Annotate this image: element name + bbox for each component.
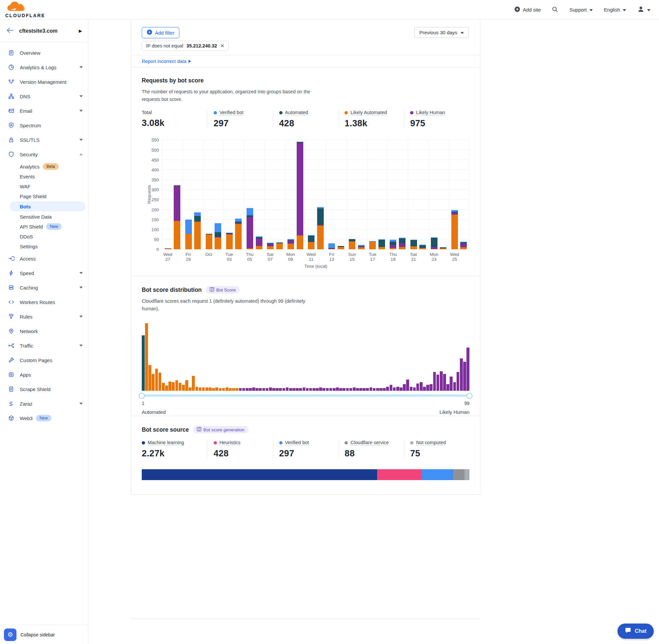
stacked-bar[interactable] bbox=[451, 210, 458, 249]
stacked-bar[interactable] bbox=[226, 233, 233, 250]
user-menu[interactable] bbox=[637, 6, 651, 14]
pie-icon bbox=[8, 64, 15, 71]
add-site-button[interactable]: Add site bbox=[514, 6, 541, 13]
hist-bar-score-67 bbox=[362, 388, 366, 391]
stacked-bar[interactable] bbox=[276, 243, 283, 249]
stacked-bar[interactable] bbox=[185, 220, 192, 250]
sidebar-item-bots[interactable]: Bots bbox=[10, 202, 86, 211]
stacked-bar[interactable] bbox=[235, 218, 242, 249]
stacked-bar[interactable] bbox=[165, 248, 171, 249]
cloudflare-logo[interactable]: CLOUDFLARE bbox=[5, 2, 45, 18]
stacked-bar[interactable] bbox=[194, 212, 201, 250]
report-incorrect-data-link[interactable]: Report incorrect data bbox=[142, 59, 191, 64]
stacked-bar[interactable] bbox=[460, 242, 467, 249]
sidebar-item-zaraz[interactable]: Zaraz bbox=[0, 396, 88, 411]
stacked-bar[interactable] bbox=[206, 234, 212, 250]
stacked-bar[interactable] bbox=[390, 240, 396, 249]
hist-bar-score-64 bbox=[353, 388, 356, 391]
stacked-bar[interactable] bbox=[349, 239, 355, 249]
slider-min-label: Automated bbox=[142, 409, 166, 415]
sidebar-item-speed[interactable]: Speed bbox=[0, 266, 88, 280]
support-menu[interactable]: Support bbox=[569, 7, 593, 13]
sidebar-item-scrape-shield[interactable]: Scrape Shield bbox=[0, 382, 88, 396]
plot-area[interactable] bbox=[162, 140, 469, 249]
sidebar-item-web3[interactable]: Web3New bbox=[0, 411, 88, 426]
sidebar-item-events[interactable]: Events bbox=[0, 171, 88, 181]
segment-likely-automated bbox=[431, 249, 438, 250]
sidebar-item-traffic[interactable]: Traffic bbox=[0, 338, 88, 353]
back-arrow-icon[interactable] bbox=[6, 27, 14, 34]
stacked-bar[interactable] bbox=[410, 240, 417, 250]
stacked-bar[interactable] bbox=[399, 238, 405, 250]
segment-likely-automated bbox=[358, 247, 364, 249]
language-menu[interactable]: English bbox=[604, 7, 626, 13]
sidebar-item-network[interactable]: Network bbox=[0, 324, 88, 338]
search-button[interactable] bbox=[552, 6, 558, 14]
filter-chip[interactable]: IP does not equal 35.212.240.32 ✕ bbox=[142, 41, 229, 51]
filter-card: Add filter IP does not equal 35.212.240.… bbox=[131, 20, 480, 55]
stacked-bar[interactable] bbox=[256, 236, 262, 249]
bot-score-badge[interactable]: Bot Score bbox=[206, 286, 240, 294]
slider-track[interactable] bbox=[142, 394, 469, 397]
sidebar-item-workers-routes[interactable]: Workers Routes bbox=[0, 295, 88, 309]
stacked-bar[interactable] bbox=[328, 243, 335, 249]
legend-dot bbox=[410, 111, 414, 114]
sidebar-item-rules[interactable]: Rules bbox=[0, 309, 88, 324]
sidebar-item-page-shield[interactable]: Page Shield bbox=[0, 191, 88, 201]
segment-likely-automated bbox=[287, 244, 294, 249]
sidebar-item-waf[interactable]: WAF bbox=[0, 181, 88, 191]
hist-bar-score-18 bbox=[199, 388, 202, 391]
chevron-down-icon bbox=[79, 66, 83, 68]
sidebar-item-version-management[interactable]: Version Management bbox=[0, 74, 88, 89]
stacked-bar[interactable] bbox=[358, 245, 364, 249]
sidebar-item-analytics[interactable]: AnalyticsBeta bbox=[0, 162, 88, 171]
y-axis-title: Requests bbox=[147, 185, 151, 204]
sidebar-item-ssl-tls[interactable]: SSL/TLS bbox=[0, 133, 88, 147]
sidebar-item-settings[interactable]: Settings bbox=[0, 242, 88, 251]
sidebar-item-sensitive-data[interactable]: Sensitive Data bbox=[0, 212, 88, 222]
stacked-bar[interactable] bbox=[419, 245, 426, 249]
stat-cloudflare-service: Cloudflare service88 bbox=[338, 440, 404, 459]
hist-bar-score-73 bbox=[383, 388, 386, 391]
stat-value: 75 bbox=[410, 448, 466, 459]
hist-bar-score-96 bbox=[460, 359, 463, 391]
stacked-bar[interactable] bbox=[215, 223, 221, 249]
slider-handle-min[interactable] bbox=[139, 393, 145, 399]
stacked-bar[interactable] bbox=[378, 239, 385, 249]
stacked-bar[interactable] bbox=[369, 241, 376, 249]
sidebar-item-access[interactable]: Access bbox=[0, 251, 88, 266]
stacked-bar[interactable] bbox=[337, 246, 344, 250]
sidebar-item-api-shield[interactable]: API ShieldNew bbox=[0, 222, 88, 231]
distribution-histogram[interactable] bbox=[142, 323, 469, 391]
sidebar-item-custom-pages[interactable]: Custom Pages bbox=[0, 353, 88, 367]
sidebar-item-spectrum[interactable]: Spectrum bbox=[0, 118, 88, 133]
stacked-bar[interactable] bbox=[297, 142, 303, 249]
stacked-bar[interactable] bbox=[246, 208, 253, 250]
sidebar-item-apps[interactable]: Apps bbox=[0, 367, 88, 382]
stacked-bar[interactable] bbox=[267, 243, 274, 249]
bot-score-generation-badge[interactable]: Bot score generation bbox=[193, 426, 249, 433]
date-range-dropdown[interactable]: Previous 30 days bbox=[415, 27, 469, 38]
stacked-bar[interactable] bbox=[287, 239, 294, 249]
stacked-bar[interactable] bbox=[308, 235, 314, 249]
stacked-bar[interactable] bbox=[317, 207, 324, 250]
sidebar-item-dns[interactable]: DNS bbox=[0, 89, 88, 104]
stacked-bar[interactable] bbox=[174, 185, 180, 249]
slider-handle-max[interactable] bbox=[467, 393, 472, 399]
play-icon bbox=[189, 60, 191, 63]
sidebar-item-ddos[interactable]: DDoS bbox=[0, 231, 88, 242]
sidebar-item-email[interactable]: Email bbox=[0, 104, 88, 118]
sidebar-item-caching[interactable]: Caching bbox=[0, 280, 88, 295]
close-icon[interactable]: ✕ bbox=[220, 43, 225, 49]
settings-gear-button[interactable]: ⚙ bbox=[4, 628, 17, 641]
sidebar-item-analytics-logs[interactable]: Analytics & Logs bbox=[0, 60, 88, 74]
stacked-bar[interactable] bbox=[440, 247, 446, 250]
add-filter-button[interactable]: Add filter bbox=[142, 27, 179, 38]
chevron-right-icon[interactable]: ▶ bbox=[79, 28, 82, 33]
sidebar-item-overview[interactable]: Overview bbox=[0, 46, 88, 60]
collapse-sidebar-button[interactable]: Collapse sidebar bbox=[20, 632, 55, 638]
chat-button[interactable]: Chat bbox=[617, 624, 654, 639]
sidebar-item-security[interactable]: Security bbox=[0, 147, 88, 162]
chevron-down-icon bbox=[623, 9, 626, 11]
stacked-bar[interactable] bbox=[431, 237, 438, 250]
